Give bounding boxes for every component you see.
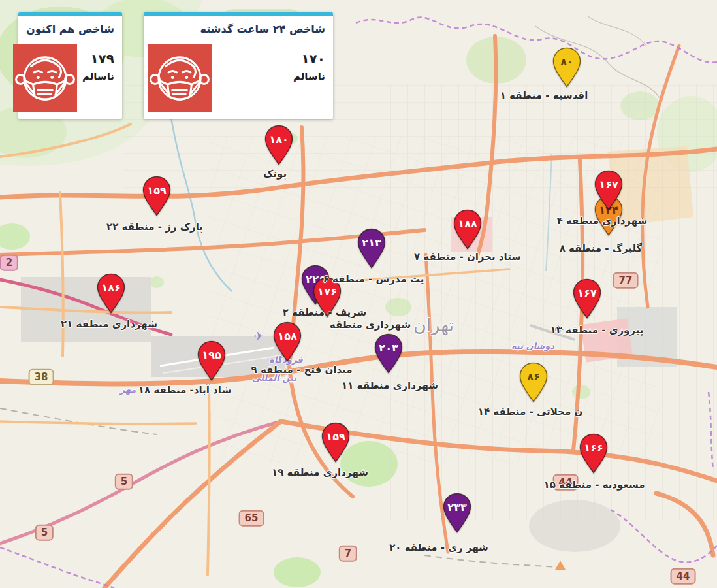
pin-value: ۲۳۳: [443, 493, 471, 521]
pin-value: ۱۸۸: [453, 209, 482, 238]
pin-value: ۱۹۵: [197, 340, 226, 369]
pin-label-district-3: شهرداری منطقه: [330, 319, 411, 331]
card-title-current: شاخص هم اکنون: [18, 16, 122, 41]
road-badge-38: 38: [29, 369, 54, 385]
pin-value: ۱۶۷: [573, 278, 601, 307]
pin-value: ۱۶۶: [579, 433, 608, 462]
aqi-pin-masoudieh[interactable]: ۱۶۶: [579, 433, 608, 474]
pin-label-setad-bohran: ستاد بحران - منطقه ۷: [414, 251, 521, 263]
aqi-pin-district-19[interactable]: ۱۵۹: [321, 422, 350, 463]
road-badge-5: 5: [115, 474, 133, 490]
pin-label-punak: پونک: [263, 168, 287, 180]
pin-label-masoudieh: مسعودیه - منطقه ۱۵: [544, 479, 645, 491]
card-body-current: ۱۷۹ ناسالم: [18, 41, 122, 116]
aqi-pin-punak[interactable]: ۱۸۰: [264, 125, 293, 165]
aqi-pin-meydan-fath[interactable]: ۱۵۸: [273, 321, 302, 362]
pin-label-aqdasiyeh: اقدسیه - منطقه ۱: [500, 90, 588, 101]
card-title-24h: شاخص ۲۴ ساعت گذشته: [144, 16, 333, 41]
pin-label-district-21: شهرداری منطقه ۲۱: [61, 318, 157, 330]
pin-label-district-11: شهرداری منطقه ۱۱: [342, 380, 438, 391]
pin-label-piroozi: پیروزی - منطقه ۱۳: [550, 324, 644, 336]
airplane-icon: ✈: [253, 329, 263, 343]
mask-face-icon: [13, 44, 77, 112]
road-badge-44: 44: [671, 568, 696, 585]
pin-label-shad-abad: شاد آباد- منطقه ۱۸: [138, 384, 231, 396]
pin-label-district-19: شهرداری منطقه ۱۹: [272, 466, 368, 478]
aqi-value-24h: ۱۷۰: [217, 51, 325, 67]
aqi-pin-district-4[interactable]: ۱۶۷: [594, 170, 623, 210]
aqi-pin-aqdasiyeh[interactable]: ۸۰: [552, 47, 581, 88]
map-place-label: مهر: [120, 385, 136, 395]
pin-label-mahallati: ن محلاتی - منطقه ۱۴: [478, 406, 582, 417]
road-badge-77: 77: [613, 272, 639, 289]
aqi-pin-piroozi[interactable]: ۱۶۷: [573, 278, 601, 319]
pin-value: ۸۶: [519, 362, 548, 391]
pin-value: ۲۰۳: [374, 333, 403, 362]
aqi-pin-shahr-rey[interactable]: ۲۳۳: [443, 493, 471, 533]
pin-label-district-4: شهرداری منطقه ۴: [557, 215, 648, 227]
mask-face-icon: [148, 44, 212, 112]
road-badge-7: 7: [339, 546, 357, 562]
pin-label-park-roz: پارک رز - منطقه ۲۲: [106, 221, 203, 233]
pin-value: ۱۶۷: [594, 170, 623, 199]
aqi-pin-park-roz[interactable]: ۱۵۹: [142, 176, 171, 216]
pin-value: ۱۸۶: [97, 273, 125, 302]
pin-value: ۱۵۹: [321, 422, 350, 451]
aqi-card-24h: شاخص ۲۴ ساعت گذشته ۱۷۰ ناسالم: [144, 12, 333, 119]
map-place-label: تهران: [413, 315, 454, 335]
pin-value: ۱۸۰: [264, 125, 293, 154]
road-badge-5: 5: [35, 525, 54, 541]
aqi-pin-setad-bohran[interactable]: ۱۸۸: [453, 209, 482, 250]
pin-value: ۱۵۸: [273, 321, 302, 350]
aqi-pin-mahallati[interactable]: ۸۶: [519, 362, 548, 402]
aqi-status-current: ناسالم: [82, 71, 114, 82]
aqi-pin-shad-abad[interactable]: ۱۹۵: [197, 340, 226, 381]
pin-label-sharif: شریف - منطقه ۲: [283, 306, 367, 318]
pin-value: ۸۰: [552, 47, 581, 76]
aqi-pin-modares[interactable]: ۲۱۳: [357, 228, 386, 269]
road-badge-65: 65: [239, 510, 264, 527]
card-body-24h: ۱۷۰ ناسالم: [144, 41, 333, 116]
aqi-pin-district-21[interactable]: ۱۸۶: [97, 273, 125, 314]
pin-label-shahr-rey: شهر ری - منطقه ۲۰: [389, 542, 488, 553]
map-viewport: 23855657774444تهراندوشان تپهفرودگاهبین ا…: [0, 0, 717, 588]
road-badge-2: 2: [0, 255, 18, 271]
pin-label-golbarg: گلبرگ - منطقه ۸: [560, 242, 643, 254]
pin-label-modares: یت مدرس - منطقه ۶: [323, 273, 424, 285]
pin-label-meydan-fath: میدان فتح - منطقه ۹: [251, 364, 353, 376]
aqi-status-24h: ناسالم: [217, 71, 325, 82]
pin-value: ۲۱۳: [357, 228, 386, 257]
map-place-label: دوشان تپه: [511, 341, 554, 351]
pin-value: ۱۵۹: [142, 176, 171, 204]
aqi-card-current: شاخص هم اکنون ۱۷۹ ناسالم: [18, 12, 122, 119]
aqi-value-current: ۱۷۹: [82, 51, 114, 67]
aqi-pin-district-11[interactable]: ۲۰۳: [374, 333, 403, 374]
